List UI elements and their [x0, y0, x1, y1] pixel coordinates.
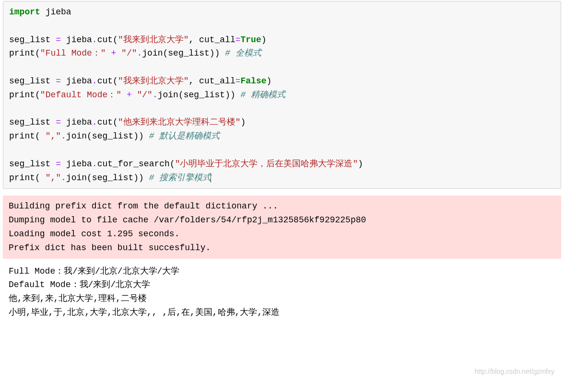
op-dot: .	[92, 117, 97, 127]
op-assign: =	[56, 117, 61, 127]
comment: # 默认是精确模式	[149, 131, 220, 141]
stderr-line: Building prefix dict from the default di…	[9, 201, 278, 211]
t: )	[261, 35, 267, 45]
comment: # 精确模式	[241, 90, 286, 100]
t: cut(	[97, 117, 118, 127]
stdout-output: Full Mode：我/来到/北京/北京大学/大学 Default Mode：我…	[3, 261, 561, 323]
op-assign: =	[56, 35, 61, 45]
stdout-line: 他,来到,来,北京大学,理科,二号楼	[9, 294, 147, 303]
t: )	[267, 76, 272, 86]
stdout-line: Default Mode：我/来到/北京大学	[9, 280, 150, 289]
fn-print: print	[9, 131, 35, 141]
op-dot: .	[137, 48, 142, 58]
string-literal: "我来到北京大学"	[118, 35, 189, 45]
keyword-import: import	[9, 7, 40, 17]
stdout-line: Full Mode：我/来到/北京/北京大学/大学	[9, 266, 179, 276]
fn-print: print	[9, 48, 35, 58]
string-literal: "Default Mode："	[40, 90, 121, 100]
code-input-cell[interactable]: import jieba seg_list = jieba.cut("我来到北京…	[3, 1, 561, 189]
stderr-line: Prefix dict has been built succesfully.	[9, 243, 211, 253]
t: seg_list	[9, 35, 56, 45]
t: seg_list	[9, 117, 56, 127]
op-assign: =	[235, 35, 241, 45]
t: join(seg_list))	[66, 173, 149, 183]
op-dot: .	[92, 159, 97, 169]
t: cut(	[97, 76, 118, 86]
op-assign: =	[235, 76, 241, 86]
t: )	[240, 117, 246, 127]
t: jieba	[61, 35, 92, 45]
t	[116, 48, 121, 58]
comment: # 全模式	[225, 48, 261, 58]
comment: # 搜索引擎模式	[149, 173, 212, 183]
string-literal: "小明毕业于北京大学，后在美国哈弗大学深造"	[175, 159, 358, 169]
module-name: jieba	[46, 7, 71, 17]
string-literal: ","	[46, 173, 61, 183]
t: seg_list	[9, 159, 56, 169]
t: , cut_all	[188, 35, 235, 45]
t: jieba	[61, 117, 92, 127]
string-literal: "Full Mode："	[40, 48, 106, 58]
t: , cut_all	[188, 76, 235, 86]
fn-print: print	[9, 90, 35, 100]
stdout-line: 小明,毕业,于,北京,大学,北京大学,, ,后,在,美国,哈弗,大学,深造	[9, 308, 280, 317]
t: (	[35, 90, 40, 100]
op-dot: .	[153, 90, 158, 100]
op-plus: +	[111, 48, 116, 58]
t	[121, 90, 127, 100]
t: cut_for_search(	[97, 159, 175, 169]
string-literal: ","	[46, 131, 61, 141]
string-literal: "我来到北京大学"	[118, 76, 189, 86]
op-dot: .	[61, 173, 66, 183]
op-dot: .	[61, 131, 66, 141]
op-assign: =	[56, 159, 61, 169]
t: seg_list	[9, 76, 56, 86]
stderr-line: Loading model cost 1.295 seconds.	[9, 229, 179, 239]
text-cursor	[211, 173, 211, 183]
t: jieba	[61, 76, 92, 86]
op-dot: .	[92, 76, 97, 86]
t: )	[358, 159, 363, 169]
t: jieba	[61, 159, 92, 169]
op-assign: =	[56, 76, 61, 86]
t	[106, 48, 111, 58]
bool-false: False	[241, 76, 267, 86]
stderr-output: Building prefix dict from the default di…	[3, 196, 561, 258]
fn-print: print	[9, 173, 35, 183]
string-literal: "/"	[137, 90, 153, 100]
stderr-line: Dumping model to file cache /var/folders…	[9, 215, 366, 225]
op-plus: +	[127, 90, 132, 100]
string-literal: "他来到来北京大学理科二号楼"	[118, 117, 241, 127]
t: join(seg_list))	[66, 131, 149, 141]
op-dot: .	[92, 35, 97, 45]
t: (	[35, 173, 46, 183]
t: (	[35, 131, 46, 141]
t	[40, 7, 46, 17]
t	[132, 90, 137, 100]
t: (	[35, 48, 40, 58]
t: cut(	[97, 35, 118, 45]
string-literal: "/"	[121, 48, 137, 58]
t: join(seg_list))	[142, 48, 225, 58]
t: join(seg_list))	[158, 90, 241, 100]
bool-true: True	[241, 35, 261, 45]
